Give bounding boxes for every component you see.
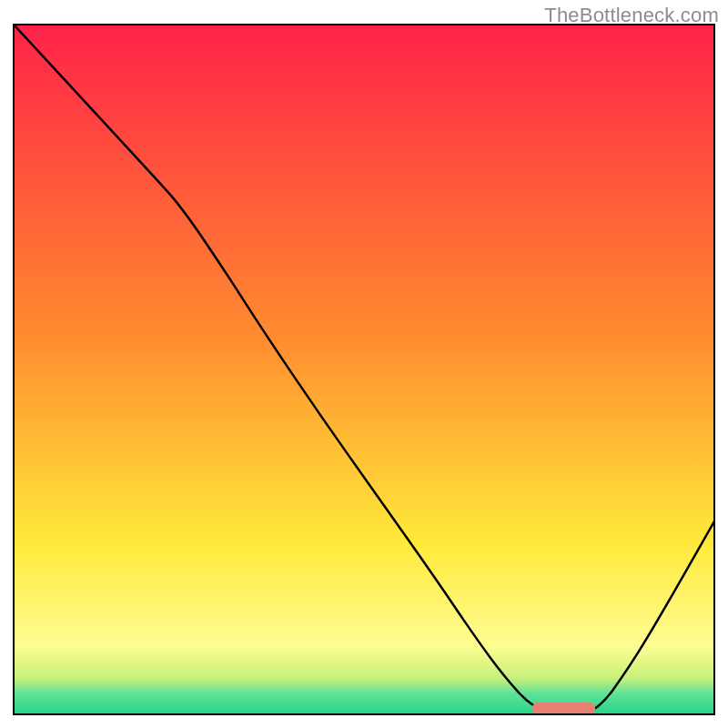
bottleneck-chart bbox=[0, 0, 728, 728]
chart-container: TheBottleneck.com bbox=[0, 0, 728, 728]
plot-background bbox=[14, 25, 714, 714]
valley-highlight bbox=[532, 703, 595, 714]
watermark-text: TheBottleneck.com bbox=[544, 4, 719, 27]
